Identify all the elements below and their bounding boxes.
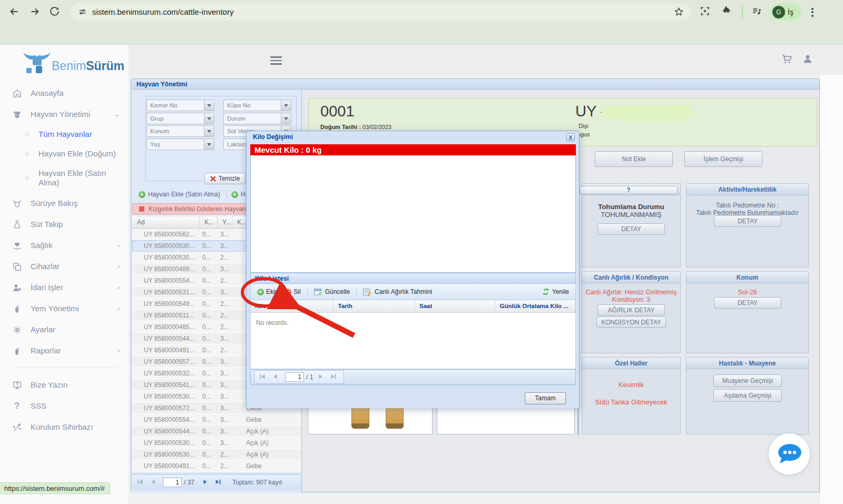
delete-weight-button[interactable]: −Sil bbox=[285, 288, 300, 295]
operation-history-button[interactable]: İşlem Geçmişi bbox=[684, 151, 762, 167]
url-bar[interactable]: sistem.benimsurum.com/cattle-inventory bbox=[71, 3, 691, 21]
prev-page-icon[interactable] bbox=[149, 478, 158, 487]
status-cell: Açık (A) bbox=[232, 426, 301, 437]
page-title: Hayvan Yönetimi bbox=[136, 81, 187, 88]
filter-select-yaş[interactable]: Yaş bbox=[146, 139, 214, 150]
add-note-button[interactable]: Not Ekle bbox=[595, 151, 673, 167]
animal-row[interactable]: UY 8580000530...0...3...Açık (A) bbox=[132, 437, 301, 449]
animal-row[interactable]: UY 8580000491...0...2...Gebe bbox=[132, 460, 301, 472]
insemination-detail-button[interactable]: DETAY bbox=[597, 223, 665, 235]
page-number-input[interactable] bbox=[163, 478, 182, 487]
animal-row[interactable]: UY 8580000530...0...2...Açık (A) bbox=[132, 449, 301, 460]
sidebar-item-hayvan-ekle-doğum-[interactable]: Hayvan Ekle (Doğum) bbox=[0, 144, 129, 164]
last-page-icon[interactable] bbox=[214, 478, 223, 487]
filter-select-küpe-no[interactable]: Küpe No bbox=[223, 100, 291, 111]
y-cell: 2... bbox=[218, 321, 232, 332]
clear-filters-button[interactable]: Temizle bbox=[204, 173, 246, 184]
close-icon[interactable]: X bbox=[566, 133, 575, 141]
sidebar-item-i-dari-i-şler[interactable]: İdari İşler› bbox=[0, 277, 129, 298]
last-page-icon[interactable] bbox=[330, 373, 338, 381]
sidebar-item-cihazlar[interactable]: Cihazlar› bbox=[0, 256, 129, 277]
next-page-icon[interactable] bbox=[317, 373, 326, 381]
sidebar-item-bize-yazın[interactable]: Bize Yazın bbox=[0, 374, 129, 396]
column-header[interactable]: Saat bbox=[415, 300, 496, 312]
filter-select-durum[interactable]: Durum bbox=[223, 113, 291, 124]
dropdown-trigger-icon[interactable] bbox=[204, 113, 214, 124]
vaccination-history-button[interactable]: Aşılama Geçmişi bbox=[713, 389, 782, 402]
chrome-menu-icon[interactable] bbox=[811, 6, 813, 18]
column-header[interactable]: Günlük Ortalama Kilo ... bbox=[495, 300, 575, 312]
dropdown-trigger-icon[interactable] bbox=[204, 126, 214, 136]
bookmark-star-icon[interactable] bbox=[674, 7, 684, 17]
ok-button[interactable]: Tamam bbox=[525, 392, 566, 404]
sidebar-item-hayvan-ekle-satın-alma-[interactable]: Hayvan Ekle (Satın Alma) bbox=[0, 164, 129, 193]
filter-select-grup[interactable]: Grup bbox=[146, 113, 214, 124]
forward-icon[interactable] bbox=[29, 6, 41, 17]
sidebar-item-sürüye-bakış[interactable]: Sürüye Bakış bbox=[0, 193, 129, 214]
first-page-icon[interactable] bbox=[136, 478, 145, 487]
url-text[interactable]: sistem.benimsurum.com/cattle-inventory bbox=[92, 7, 233, 16]
prev-page-icon[interactable] bbox=[271, 373, 280, 381]
bullet-icon bbox=[25, 152, 29, 156]
profile-chip[interactable]: G İş bbox=[770, 4, 801, 20]
sidebar-item-tüm-hayvanlar[interactable]: Tüm Hayvanlar bbox=[0, 125, 129, 144]
animal-table-pager: / 37 Toplam: 907 kayıt bbox=[132, 474, 301, 490]
extensions-puzzle-icon[interactable] bbox=[721, 6, 731, 16]
animal-row[interactable]: UY 8580000544...0...3...Açık (A) bbox=[132, 426, 301, 437]
sidebar-item-sss[interactable]: ?SSS bbox=[0, 396, 129, 417]
dropdown-trigger-icon[interactable] bbox=[204, 139, 214, 150]
help-button[interactable]: ? bbox=[580, 186, 678, 194]
column-header[interactable]: Kilo bbox=[251, 300, 334, 312]
column-header[interactable]: Tarih bbox=[334, 300, 415, 312]
dropdown-trigger-icon[interactable] bbox=[281, 100, 291, 111]
user-icon[interactable] bbox=[802, 53, 813, 65]
activity-detail-button[interactable]: DETAY bbox=[714, 215, 781, 227]
back-icon[interactable] bbox=[8, 6, 20, 17]
add-animal-purchase-button[interactable]: + Hayvan Ekle (Satın Alma) bbox=[139, 191, 220, 198]
filter-select-kemer-no[interactable]: Kemer No bbox=[146, 100, 214, 111]
clear-x-icon bbox=[210, 176, 216, 182]
sidebar-item-ayarlar[interactable]: Ayarlar bbox=[0, 319, 129, 340]
first-page-icon[interactable] bbox=[259, 373, 267, 381]
y-cell: 3... bbox=[218, 437, 232, 448]
next-page-icon[interactable] bbox=[202, 478, 210, 487]
screenshot-icon[interactable] bbox=[700, 6, 710, 16]
animal-name-cell: UY 8580000541... bbox=[132, 379, 200, 390]
cart-icon[interactable] bbox=[781, 53, 793, 65]
sidebar-item-hayvan-yönetimi[interactable]: Hayvan Yönetimi⌄ bbox=[0, 104, 129, 125]
condition-detail-button[interactable]: KONDİSYON DETAY bbox=[596, 317, 666, 328]
location-detail-button[interactable]: DETAY bbox=[714, 297, 781, 309]
total-records-label: Toplam: 907 kayıt bbox=[232, 479, 282, 486]
plus-icon: + bbox=[231, 191, 238, 198]
refresh-button[interactable]: Yenile bbox=[542, 288, 569, 295]
filter-select-konum[interactable]: Konum bbox=[146, 125, 214, 137]
page-number-input[interactable] bbox=[285, 372, 304, 382]
reload-icon[interactable] bbox=[49, 6, 60, 17]
hamburger-menu-icon[interactable] bbox=[270, 54, 282, 67]
tune-icon[interactable] bbox=[78, 7, 87, 16]
update-weight-button[interactable]: Güncelle bbox=[314, 288, 350, 296]
sidebar: BenimSürüm AnasayfaHayvan Yönetimi⌄Tüm H… bbox=[0, 45, 129, 504]
column-header[interactable]: Ad bbox=[132, 216, 200, 228]
sidebar-item-yem-yönetimi[interactable]: Yem Yönetimi› bbox=[0, 298, 129, 319]
sidebar-item-anasayfa[interactable]: Anasayfa bbox=[0, 83, 129, 104]
sidebar-item-kurulum-sihirbazı[interactable]: Kurulum Sihirbazı bbox=[0, 417, 129, 438]
animal-row[interactable]: UY 8580000554...0...3...Gebe bbox=[132, 414, 301, 426]
chat-widget-button[interactable] bbox=[768, 433, 810, 475]
animal-name-cell: UY 8580000549... bbox=[132, 298, 200, 309]
column-header[interactable]: K... bbox=[200, 216, 218, 228]
dropdown-trigger-icon[interactable] bbox=[204, 100, 214, 111]
column-header[interactable]: Y... bbox=[218, 216, 232, 228]
dropdown-trigger-icon[interactable] bbox=[281, 113, 291, 124]
weight-estimate-button[interactable]: Canlı Ağırlık Tahmini bbox=[363, 288, 432, 296]
reports-icon bbox=[12, 345, 22, 356]
weight-detail-button[interactable]: AĞIRLIK DETAY bbox=[597, 304, 665, 315]
reading-list-icon[interactable] bbox=[751, 6, 762, 17]
card-title: Canlı Ağırlık / Kondisyon bbox=[582, 274, 680, 281]
sidebar-item-raporlar[interactable]: Raporlar› bbox=[0, 340, 129, 361]
sidebar-item-sağlık[interactable]: Sağlık› bbox=[0, 235, 129, 256]
sidebar-item-süt-takip[interactable]: Süt Takip bbox=[0, 214, 129, 235]
app-logo[interactable]: BenimSürüm bbox=[20, 48, 124, 77]
exam-history-button[interactable]: Muayene Geçmişi bbox=[713, 374, 782, 387]
add-weight-button[interactable]: +Ekle bbox=[257, 288, 278, 295]
